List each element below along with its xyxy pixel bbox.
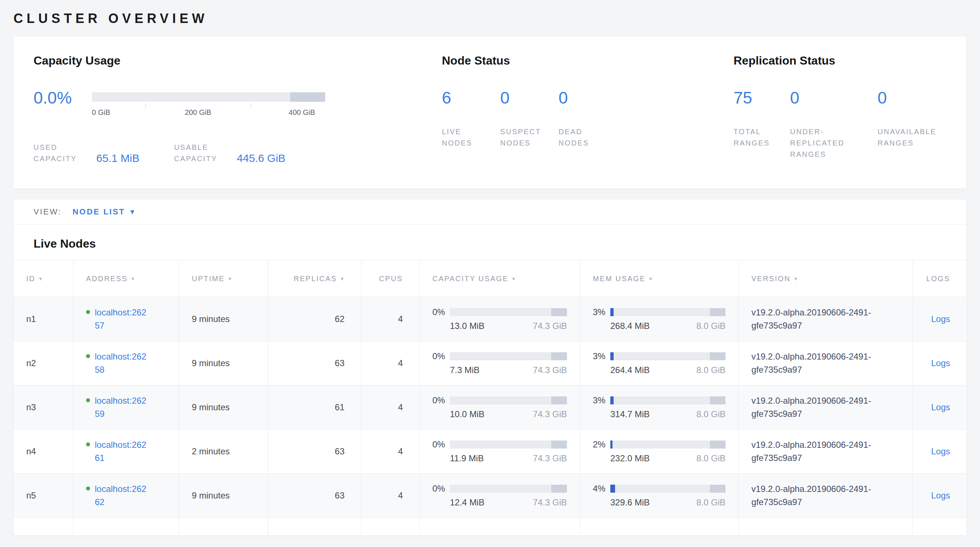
live-nodes-stat: 6 LIVE NODES	[442, 89, 500, 149]
mem-percent-label: 4%	[593, 483, 610, 494]
node-mem-usage-cell: 3% 264.4 MiB 8.0 GiB	[580, 341, 738, 385]
column-header-memory[interactable]: MEM USAGE ▾	[580, 260, 738, 297]
column-header-logs: LOGS	[913, 260, 967, 297]
column-header-replicas[interactable]: REPLICAS ▾	[268, 260, 361, 297]
node-mem-usage-cell: 3% 314.7 MiB 8.0 GiB	[580, 385, 738, 429]
usable-capacity-stat: USABLE CAPACITY 445.6 GiB	[174, 142, 285, 164]
node-cpus-cell: 4	[361, 385, 419, 429]
mem-used-value: 232.0 MiB	[610, 453, 650, 463]
capacity-usage-title: Capacity Usage	[33, 54, 442, 67]
node-logs-cell: Logs	[913, 474, 967, 517]
logs-link[interactable]: Logs	[931, 358, 950, 368]
view-selected-value: NODE LIST	[73, 207, 125, 216]
gauge-tick-label: 200 GiB	[185, 108, 211, 117]
mem-used-value: 268.4 MiB	[610, 321, 650, 331]
capacity-percent-label: 0%	[433, 439, 450, 450]
column-header-uptime[interactable]: UPTIME ▾	[179, 260, 268, 297]
cluster-summary-card: Capacity Usage 0.0% 0 GiB 200 GiB 400 Gi…	[13, 37, 967, 189]
node-mem-usage-cell: 3% 268.4 MiB 8.0 GiB	[580, 297, 738, 341]
capacity-gauge-cap-segment	[290, 92, 325, 102]
mem-usage-fill	[610, 308, 614, 316]
mem-usage-cap-segment	[710, 352, 725, 360]
live-nodes-count: 6	[442, 89, 500, 107]
logs-link[interactable]: Logs	[931, 490, 950, 501]
node-id-cell: n1	[13, 297, 73, 341]
node-address-link[interactable]: localhost:26262	[95, 482, 149, 509]
column-header-cpus: CPUS	[361, 260, 419, 297]
node-logs-cell: Logs	[913, 385, 967, 429]
capacity-usage-bar	[450, 352, 567, 360]
capacity-usage-bar	[450, 396, 567, 404]
live-nodes-table: ID ▾ ADDRESS ▾ UPTIME ▾ REPLICAS ▾ CPUS …	[13, 260, 967, 535]
dead-nodes-count: 0	[558, 89, 617, 107]
logs-link[interactable]: Logs	[931, 446, 950, 456]
column-header-address[interactable]: ADDRESS ▾	[73, 260, 179, 297]
view-bar: VIEW: NODE LIST ▾	[13, 199, 967, 225]
mem-usage-fill	[610, 440, 612, 448]
table-header-row: ID ▾ ADDRESS ▾ UPTIME ▾ REPLICAS ▾ CPUS …	[13, 260, 967, 297]
column-header-label: VERSION	[751, 275, 791, 283]
node-replicas-cell: 63	[268, 341, 361, 385]
node-capacity-usage-cell: 0% 11.9 MiB 74.3 GiB	[419, 429, 580, 473]
capacity-gauge-bar	[92, 92, 325, 102]
mem-used-value: 314.7 MiB	[610, 409, 650, 419]
node-address-cell: localhost:26258	[73, 341, 179, 385]
mem-usage-cap-segment	[710, 485, 725, 493]
node-replicas-cell: 62	[268, 297, 361, 341]
node-id: n3	[26, 402, 36, 412]
capacity-usage-bar	[450, 440, 567, 448]
view-selector-dropdown[interactable]: NODE LIST ▾	[73, 207, 134, 216]
capacity-used-value: 13.0 MiB	[450, 321, 485, 331]
capacity-usage-bar	[450, 308, 567, 316]
table-row-partial	[13, 517, 967, 535]
gauge-tick	[250, 103, 251, 108]
mem-percent-label: 3%	[593, 395, 610, 405]
node-logs-cell: Logs	[913, 341, 967, 385]
node-address-link[interactable]: localhost:26259	[95, 394, 149, 420]
replication-status-stats: 75 TOTAL RANGES 0 UNDER-REPLICATED RANGE…	[733, 89, 947, 160]
capacity-usage-section: Capacity Usage 0.0% 0 GiB 200 GiB 400 Gi…	[33, 54, 442, 164]
node-address-cell: localhost:26257	[73, 297, 179, 341]
node-version-cell: v19.2.0-alpha.20190606-2491-gfe735c9a97	[738, 474, 913, 517]
cluster-overview-page: CLUSTER OVERVIEW Capacity Usage 0.0% 0 G…	[0, 0, 980, 535]
capacity-usage-cap-segment	[551, 352, 567, 360]
suspect-nodes-label: SUSPECT NODES	[500, 126, 546, 149]
table-row: n1 localhost:26257 9 minutes 62 4 0% 13.…	[13, 297, 967, 341]
live-status-dot-icon	[86, 442, 90, 446]
view-label: VIEW:	[33, 207, 62, 216]
under-replicated-ranges-count: 0	[790, 89, 878, 107]
total-ranges-label: TOTAL RANGES	[733, 126, 779, 149]
used-capacity-label: USED CAPACITY	[33, 142, 88, 164]
mem-usage-cap-segment	[710, 308, 725, 316]
node-address-link[interactable]: localhost:26261	[95, 438, 149, 464]
column-header-capacity[interactable]: CAPACITY USAGE ▾	[419, 260, 580, 297]
mem-total-value: 8.0 GiB	[696, 321, 725, 331]
column-header-label: CAPACITY USAGE	[433, 275, 509, 283]
capacity-total-value: 74.3 GiB	[533, 498, 567, 507]
usable-capacity-label: USABLE CAPACITY	[174, 142, 229, 164]
mem-percent-label: 3%	[593, 351, 610, 361]
node-address-link[interactable]: localhost:26257	[95, 306, 149, 332]
node-replicas-cell: 61	[268, 385, 361, 429]
node-id-cell: n4	[13, 429, 73, 473]
capacity-percent-label: 0%	[433, 395, 450, 405]
capacity-percent: 0.0%	[33, 89, 92, 107]
node-cpus-cell: 4	[361, 474, 419, 517]
node-cpus-cell: 4	[361, 341, 419, 385]
capacity-usage-cap-segment	[551, 485, 567, 493]
suspect-nodes-count: 0	[500, 89, 558, 107]
node-address-link[interactable]: localhost:26258	[95, 350, 149, 376]
sort-caret-icon: ▾	[649, 275, 653, 282]
capacity-used-value: 10.0 MiB	[450, 409, 485, 419]
capacity-stats: USED CAPACITY 65.1 MiB USABLE CAPACITY 4…	[33, 142, 442, 164]
column-header-id[interactable]: ID ▾	[13, 260, 73, 297]
live-nodes-title: Live Nodes	[13, 225, 967, 260]
usable-capacity-value: 445.6 GiB	[237, 152, 285, 165]
logs-link[interactable]: Logs	[931, 402, 950, 412]
node-cpus-cell: 4	[361, 297, 419, 341]
sort-caret-icon: ▾	[512, 275, 516, 282]
sort-caret-icon: ▾	[794, 275, 799, 282]
logs-link[interactable]: Logs	[931, 314, 950, 324]
column-header-version[interactable]: VERSION ▾	[738, 260, 913, 297]
mem-usage-cap-segment	[710, 396, 725, 404]
